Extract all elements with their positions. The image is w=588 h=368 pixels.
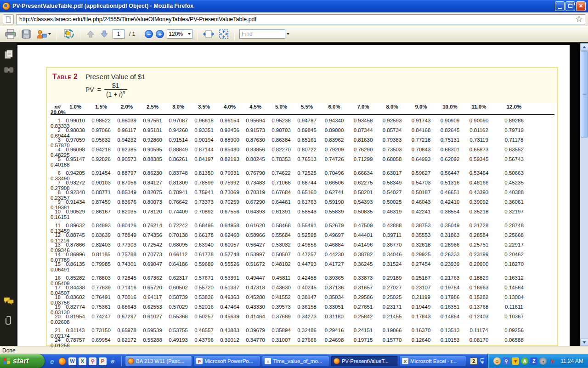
period-cell: 18 — [51, 294, 62, 300]
restore-button[interactable] — [565, 1, 575, 11]
attachments-panel-icon[interactable] — [3, 315, 14, 326]
next-page-icon[interactable] — [99, 28, 110, 40]
pv-factor-cell: 0.59627 — [407, 170, 435, 176]
norton-icon[interactable]: N — [548, 357, 556, 365]
scroll-down-icon[interactable] — [580, 339, 588, 346]
taskbar-task-button[interactable]: PMicrosoft PowerPo... — [193, 356, 260, 367]
find-input[interactable] — [239, 29, 285, 39]
fit-page-icon[interactable] — [218, 28, 230, 40]
pv-factor-cell: 0.54703 — [407, 180, 435, 185]
antivirus-icon[interactable]: A — [521, 357, 528, 365]
bookmarks-panel-icon[interactable] — [3, 64, 14, 75]
pv-factor-cell: 0.58349 — [378, 180, 407, 185]
close-button[interactable]: ✕ — [576, 1, 586, 11]
zoom-out-icon[interactable]: − — [145, 30, 153, 38]
pv-factor-cell: 0.28966 — [435, 242, 464, 247]
taskbar-task-button[interactable]: BA 213 W11 (Pasc... — [125, 356, 192, 367]
internet-explorer-icon[interactable]: e — [48, 357, 56, 365]
shield-icon[interactable]: ▼ — [512, 357, 519, 365]
period-cell: 7 — [51, 180, 62, 185]
pv-factor-cell: 0.47318 — [243, 285, 268, 290]
z-app-icon[interactable]: Z — [530, 357, 537, 365]
pv-factor-cell: 0.09256 — [493, 328, 535, 333]
key-tool-icon[interactable]: ⚲ — [503, 357, 510, 365]
pages-panel-icon[interactable] — [3, 49, 14, 60]
pv-factor-cell: 0.41464 — [243, 314, 268, 319]
vertical-scrollbar[interactable] — [580, 43, 588, 346]
minimize-button[interactable] — [555, 1, 565, 11]
pv-factor-cell: 0.68095 — [165, 242, 191, 247]
pv-factor-cell: 0.55839 — [320, 209, 349, 214]
find-dropdown-caret-icon[interactable] — [287, 33, 289, 35]
powerpoint-icon[interactable]: P — [99, 357, 107, 365]
pv-factor-cell: 0.97087 — [165, 118, 191, 123]
page-icon[interactable] — [3, 14, 14, 24]
pv-factor-cell: 0.78120 — [140, 209, 165, 214]
pv-factor-cell: 0.06588 — [493, 337, 535, 343]
pv-factor-cell: 0.90703 — [268, 127, 294, 133]
pv-factor-cell: 0.64117 — [140, 294, 165, 300]
pv-factor-cell: 0.88797 — [114, 170, 140, 176]
pv-factor-cell: 0.98030 — [62, 127, 88, 133]
pv-factor-cell: 0.21199 — [407, 294, 435, 300]
pv-factor-cell: 0.46651 — [435, 190, 464, 195]
pdf-toolbar: / 1 − + 120% — [0, 26, 588, 43]
pv-factor-cell: 0.94218 — [88, 147, 114, 152]
email-collaborate-icon[interactable] — [35, 28, 52, 40]
period-cell: 4 — [51, 147, 62, 152]
browser-shortcut-icon[interactable]: e — [109, 357, 117, 365]
zoom-level-select[interactable]: 120% — [167, 29, 192, 39]
start-button[interactable]: start — [0, 354, 45, 368]
pv-factor-cell: 0.73373 — [191, 199, 217, 205]
pv-factor-cell: 0.83602 — [62, 294, 88, 300]
excel-icon: X — [402, 358, 408, 364]
rate-header: 5.0% — [268, 104, 294, 109]
taskbar-task-button[interactable]: XMicrosoft Excel - r... — [399, 356, 466, 367]
pv-factor-cell: 0.52598 — [294, 232, 320, 238]
table-row: 180.836020.764910.700160.641170.587390.5… — [51, 294, 557, 304]
firefox-icon[interactable] — [58, 357, 66, 365]
toolbar-chevron-icon[interactable] — [479, 357, 486, 365]
address-input[interactable]: http://classes.lanecc.edu/file.php/24555… — [16, 14, 585, 24]
helper-tray-badge[interactable]: 2 — [470, 357, 477, 365]
pv-factor-cell: 0.63940 — [191, 242, 217, 247]
pv-factor-cell: 0.75131 — [435, 137, 464, 143]
pv-factor-cell: 0.14864 — [435, 314, 464, 319]
pv-factor-cell: 0.69954 — [88, 337, 114, 343]
messenger-icon[interactable]: ☺ — [493, 357, 501, 365]
rate-header: 12.0% — [493, 104, 535, 109]
page-number-input[interactable] — [113, 29, 124, 39]
pv-factor-cell: 0.39711 — [378, 232, 407, 238]
taskbar-task-button[interactable]: ≡Time_value_of_mo... — [262, 356, 329, 367]
print-icon[interactable] — [4, 28, 17, 40]
pv-factor-cell: 0.77639 — [88, 285, 114, 290]
bookmark-star-icon[interactable] — [575, 15, 583, 23]
share-review-icon[interactable] — [62, 28, 75, 40]
pv-factor-cell: 0.87344 — [349, 127, 378, 133]
table-row: 150.861350.799850.743010.690470.641860.5… — [51, 261, 557, 271]
table-label: Table 2 — [52, 73, 78, 81]
pv-factor-cell: 0.81143 — [62, 328, 88, 333]
pv-factor-cell: 0.73069 — [217, 190, 243, 195]
pv-factor-cell: 0.61620 — [243, 223, 268, 228]
pv-factor-cell: 0.16351 — [435, 304, 464, 310]
pv-factor-cell: 0.67297 — [114, 314, 140, 319]
period-cell: 3 — [51, 137, 62, 143]
excel-icon[interactable]: X — [79, 357, 86, 365]
pv-factor-cell: 0.31007 — [268, 337, 294, 343]
key-icon[interactable]: ⚲ — [89, 357, 96, 365]
pv-factor-cell: 0.49697 — [320, 232, 349, 238]
comments-panel-icon[interactable] — [3, 295, 14, 306]
taskbar-task-button[interactable]: PV-PresentValueT... — [331, 356, 398, 367]
scroll-up-icon[interactable] — [580, 43, 588, 51]
pv-factor-cell: 0.29189 — [378, 275, 407, 281]
word-icon[interactable]: W — [68, 357, 76, 365]
zoom-in-icon[interactable]: + — [156, 30, 164, 38]
status-bar: Done — [0, 346, 588, 354]
period-cell: 20 — [51, 314, 62, 319]
fit-width-icon[interactable] — [202, 28, 215, 40]
previous-page-icon[interactable] — [85, 28, 96, 40]
scrollbar-thumb[interactable] — [581, 51, 588, 138]
save-icon[interactable] — [20, 28, 32, 40]
volume-icon[interactable]: ◖ — [539, 357, 547, 365]
